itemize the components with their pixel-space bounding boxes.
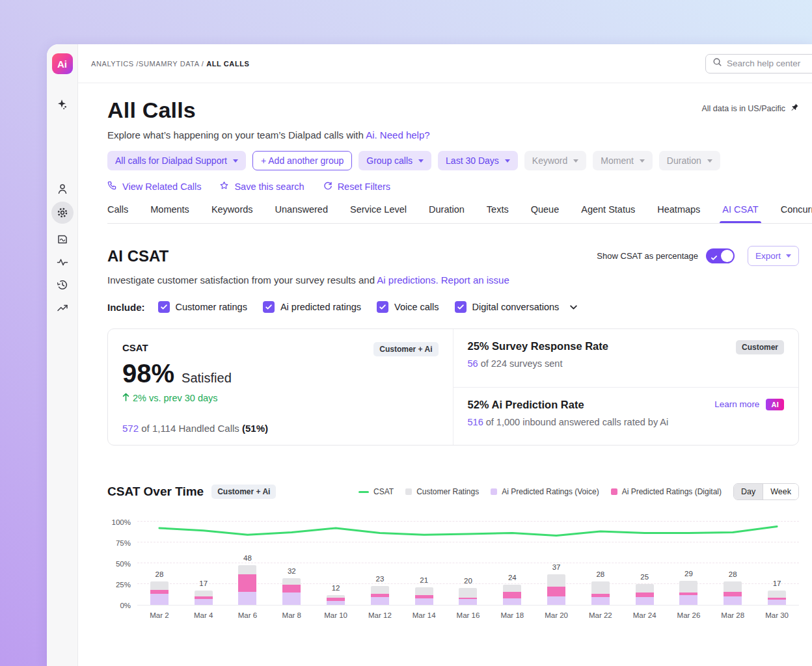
help-search[interactable] <box>705 54 812 73</box>
filter-pill-duration[interactable]: Duration <box>659 151 720 170</box>
page-subtitle: Explore what’s happening on your team’s … <box>107 129 799 140</box>
range-day-button[interactable]: Day <box>734 484 763 500</box>
include-option-customer-ratings[interactable]: Customer ratings <box>158 301 247 313</box>
sparkle-icon[interactable] <box>55 98 70 112</box>
csat-percentage-toggle[interactable] <box>706 248 735 263</box>
customer-segment <box>679 581 697 593</box>
x-tick-label: Mar 8 <box>269 611 314 619</box>
tab-moments[interactable]: Moments <box>150 204 189 223</box>
app-logo-icon[interactable]: Ai <box>52 53 73 74</box>
voice-segment <box>724 596 742 605</box>
tab-ai-csat[interactable]: AI CSAT <box>722 204 758 223</box>
x-tick-label: Mar 2 <box>137 611 182 619</box>
bar-column-mar-26: 29 <box>667 522 711 605</box>
pin-icon[interactable] <box>790 103 799 114</box>
breadcrumb-prefix[interactable]: ANALYTICS /SUMAMRY DATA / <box>91 60 206 68</box>
tab-texts[interactable]: Texts <box>487 204 509 223</box>
legend-customer-ratings[interactable]: Customer Ratings <box>405 487 479 496</box>
prediction-rate-title: 52% Ai Prediction Rate <box>468 399 669 411</box>
section-title: AI CSAT <box>107 247 169 265</box>
clipboard-wave-icon[interactable] <box>55 232 70 246</box>
trend-up-icon[interactable] <box>55 300 70 315</box>
report-issue-link[interactable]: Report an issue <box>441 274 509 286</box>
filter-pill-keyword[interactable]: Keyword <box>524 151 586 170</box>
tab-concurrent[interactable]: Concurrent <box>781 204 812 223</box>
stacked-bar <box>282 578 301 605</box>
gear-icon[interactable] <box>51 202 74 224</box>
checkbox-checked-icon[interactable] <box>263 301 275 313</box>
breadcrumb-current: ALL CALLS <box>206 60 249 68</box>
include-option-voice-calls[interactable]: Voice calls <box>377 301 439 313</box>
arrow-up-icon <box>122 393 129 403</box>
legend-ai-predicted-ratings-digital[interactable]: Ai Predicted Ratings (Digital) <box>611 487 722 496</box>
bar-total-label: 20 <box>446 577 491 585</box>
include-option-ai-predicted-ratings[interactable]: Ai predicted ratings <box>263 301 361 313</box>
stacked-bar <box>591 581 610 605</box>
tab-keywords[interactable]: Keywords <box>211 204 253 223</box>
pulse-icon[interactable] <box>55 255 70 269</box>
tab-service-level[interactable]: Service Level <box>350 204 407 223</box>
bar-total-label: 48 <box>226 554 270 562</box>
checkbox-checked-icon[interactable] <box>455 301 467 313</box>
save-this-search-link[interactable]: Save this search <box>219 181 304 193</box>
rated-calls-link[interactable]: 516 <box>468 417 483 427</box>
day-week-switch: DayWeek <box>733 483 799 500</box>
history-icon[interactable] <box>55 278 70 292</box>
bar-column-mar-20: 37 <box>534 522 578 605</box>
voice-segment <box>238 592 256 605</box>
export-button[interactable]: Export <box>748 246 799 266</box>
tab-calls[interactable]: Calls <box>107 204 128 223</box>
range-week-button[interactable]: Week <box>763 484 798 500</box>
tab-duration[interactable]: Duration <box>429 204 465 223</box>
view-related-calls-link[interactable]: View Related Calls <box>107 181 201 193</box>
person-icon[interactable] <box>55 182 70 196</box>
chart-legend: CSATCustomer RatingsAi Predicted Ratings… <box>359 487 722 496</box>
include-row: Include: Customer ratingsAi predicted ra… <box>107 301 799 313</box>
toggle-knob <box>721 250 733 262</box>
chevron-down-icon[interactable] <box>569 303 578 312</box>
csat-chart: 0%25%50%75%100% 281748321223212024372825… <box>107 522 799 606</box>
filter-pill-last-30-days[interactable]: Last 30 Days <box>438 151 518 170</box>
bar-column-mar-6: 48 <box>226 522 270 605</box>
legend-csat[interactable]: CSAT <box>359 487 394 496</box>
need-help-link[interactable]: Ai. Need help? <box>366 129 429 140</box>
filter-pill-all-calls-for-dialpad-support[interactable]: All calls for Dialpad Support <box>107 151 246 170</box>
x-axis: Mar 2Mar 4Mar 6Mar 8Mar 10Mar 12Mar 14Ma… <box>137 611 799 619</box>
legend-ai-predicted-ratings-voice[interactable]: Ai Predicted Ratings (Voice) <box>491 487 599 496</box>
survey-response-cell: 25% Survey Response Rate 56 of 224 surve… <box>453 329 799 387</box>
stacked-bar <box>503 585 521 605</box>
stacked-bar <box>636 584 654 605</box>
x-tick-label: Mar 4 <box>182 611 226 619</box>
filter-pill-group-calls[interactable]: Group calls <box>359 151 431 170</box>
tab-queue[interactable]: Queue <box>531 204 560 223</box>
learn-more-link[interactable]: Learn more <box>714 399 759 409</box>
filter-pill-add-another-group[interactable]: + Add another group <box>252 151 352 170</box>
tab-heatmaps[interactable]: Heatmaps <box>657 204 700 223</box>
stacked-bar <box>679 581 697 605</box>
ai-predictions-link[interactable]: Ai predictions. <box>377 274 438 286</box>
checkbox-checked-icon[interactable] <box>377 301 388 313</box>
reset-filters-link[interactable]: Reset Filters <box>323 181 390 193</box>
digital-segment <box>282 585 301 593</box>
page-content: All Calls All data is in US/Pacific Expl… <box>78 83 812 666</box>
digital-segment <box>636 593 654 598</box>
tab-agent-status[interactable]: Agent Status <box>581 204 635 223</box>
page-title: All Calls <box>107 98 196 123</box>
x-tick-label: Mar 22 <box>578 611 623 619</box>
search-input[interactable] <box>727 59 812 68</box>
checkbox-checked-icon[interactable] <box>158 301 170 313</box>
bar-total-label: 24 <box>490 574 534 581</box>
tab-unanswered[interactable]: Unanswered <box>275 204 328 223</box>
surveys-link[interactable]: 56 <box>468 358 478 369</box>
csat-title: CSAT <box>122 342 148 353</box>
voice-segment <box>547 596 565 605</box>
include-option-digital-conversations[interactable]: Digital conversations <box>455 301 560 313</box>
stats-card: CSAT Customer + Ai 98% Satisfied 2% vs. … <box>107 328 799 446</box>
star-icon <box>219 181 229 193</box>
stacked-bar <box>327 595 345 605</box>
caret-down-icon <box>573 159 578 163</box>
stacked-bar <box>547 574 565 605</box>
handled-calls-link[interactable]: 572 <box>122 423 139 434</box>
filter-pill-moment[interactable]: Moment <box>593 151 653 170</box>
survey-rate-title: 25% Survey Response Rate <box>468 340 608 353</box>
